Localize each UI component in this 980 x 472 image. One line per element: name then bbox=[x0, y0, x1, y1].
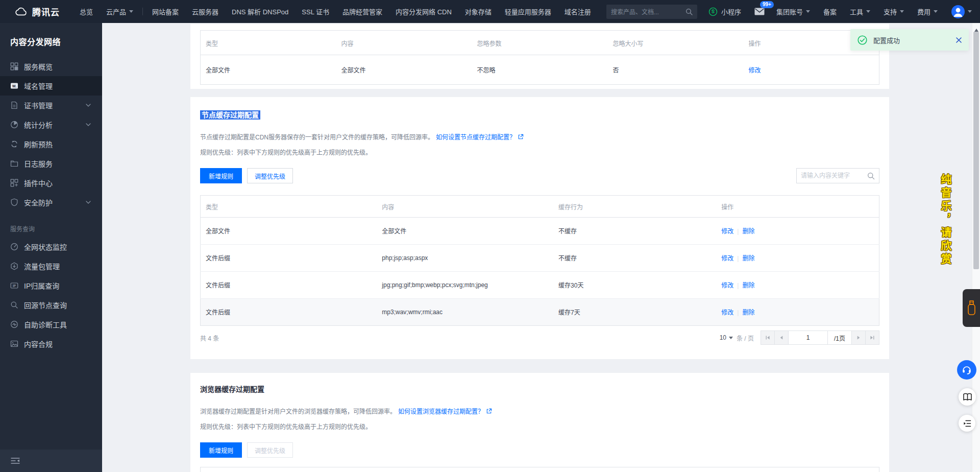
modify-link[interactable]: 修改 bbox=[721, 228, 733, 235]
nav-item-domain-reg[interactable]: 域名注册 bbox=[558, 0, 598, 23]
nav-item-brand[interactable]: 品牌经营管家 bbox=[336, 0, 389, 23]
sidebar-collapse-button[interactable] bbox=[0, 450, 102, 472]
global-search-input[interactable]: 搜索产品、文档... bbox=[606, 5, 697, 19]
documentation-button[interactable] bbox=[959, 388, 976, 406]
current-page-input[interactable]: 1 bbox=[788, 331, 828, 345]
cell-content: 全部文件 bbox=[336, 55, 472, 85]
nav-item-lighthouse[interactable]: 轻量应用服务器 bbox=[498, 0, 558, 23]
delete-link[interactable]: 删除 bbox=[742, 228, 754, 235]
sidebar-item-ip-lookup[interactable]: IP IP归属查询 bbox=[0, 276, 102, 295]
page-scrollbar[interactable] bbox=[972, 23, 980, 472]
nav-item-group-account[interactable]: 集团账号 bbox=[770, 0, 817, 23]
messages-button[interactable]: 99+ bbox=[754, 8, 765, 15]
sidebar-item-content-compliance[interactable]: 内容合规 bbox=[0, 334, 102, 353]
column-header: 内容 bbox=[336, 31, 472, 55]
sidebar-item-label: 服务概览 bbox=[24, 61, 53, 72]
next-page-button[interactable] bbox=[851, 331, 866, 345]
add-rule-button[interactable]: 新增规则 bbox=[200, 168, 242, 183]
avatar[interactable] bbox=[951, 5, 965, 18]
sidebar-item-label: 安全防护 bbox=[24, 197, 53, 207]
sidebar-item-domain-management[interactable]: W. 域名管理 bbox=[0, 76, 102, 96]
modify-link[interactable]: 修改 bbox=[721, 282, 733, 289]
first-page-button[interactable] bbox=[761, 331, 775, 345]
column-header: 忽略大小写 bbox=[608, 31, 744, 55]
nav-item-label: 费用 bbox=[917, 7, 930, 16]
tencent-cloud-logo[interactable]: 腾讯云 bbox=[0, 5, 73, 18]
sidebar-menu: 服务概览 W. 域名管理 证书管理 统计分析 刷新预热 日志服务 插件中心 bbox=[0, 57, 102, 212]
help-link[interactable]: 如何设置节点缓存过期配置？ bbox=[436, 132, 524, 141]
next-page-icon bbox=[855, 335, 862, 341]
scrollbar-thumb[interactable] bbox=[973, 32, 979, 269]
section-description: 浏览器缓存过期配置是针对用户文件的浏览器缓存策略，可降低回源率。 如何设置浏览器… bbox=[200, 407, 879, 415]
sidebar-item-label: 全网状态监控 bbox=[24, 242, 67, 252]
sidebar-item-service-overview[interactable]: 服务概览 bbox=[0, 57, 102, 76]
table-row: 文件后缀 mp3;wav;wmv;rmi;aac 缓存7天 修改|删除 bbox=[201, 299, 879, 326]
book-icon bbox=[963, 393, 972, 402]
modify-link[interactable]: 修改 bbox=[721, 309, 733, 316]
nav-item-overview[interactable]: 总览 bbox=[73, 0, 100, 23]
sidebar-item-self-diagnosis[interactable]: 自助诊断工具 bbox=[0, 315, 102, 334]
add-rule-button[interactable]: 新增规则 bbox=[200, 442, 242, 458]
nav-item-dnspod[interactable]: DNS 解析 DNSPod bbox=[225, 0, 295, 23]
help-link[interactable]: 如何设置浏览器缓存过期配置？ bbox=[398, 407, 492, 415]
page-size-select[interactable]: 10 条 / 页 bbox=[720, 334, 754, 342]
nav-item-cdn[interactable]: 内容分发网络 CDN bbox=[389, 0, 458, 23]
page-size-unit: 条 / 页 bbox=[737, 334, 754, 342]
sidebar-item-log-service[interactable]: 日志服务 bbox=[0, 154, 102, 173]
action-separator: | bbox=[737, 228, 739, 235]
cell-content: php;jsp;asp;aspx bbox=[377, 245, 553, 272]
sidebar-item-purge-prefetch[interactable]: 刷新预热 bbox=[0, 134, 102, 154]
delete-link[interactable]: 删除 bbox=[742, 309, 754, 316]
prev-page-button[interactable] bbox=[774, 331, 789, 345]
last-page-button[interactable] bbox=[865, 331, 879, 345]
sidebar-item-network-status[interactable]: 全网状态监控 bbox=[0, 237, 102, 256]
mini-program-icon bbox=[708, 7, 718, 16]
table-row: 全部文件 全部文件 不忽略 否 修改 bbox=[201, 55, 879, 85]
section-description: 节点缓存过期配置是CDN服务器保存的一套针对用户文件的缓存策略，可降低回源率。 … bbox=[200, 132, 879, 141]
nav-item-ssl[interactable]: SSL 证书 bbox=[295, 0, 336, 23]
customer-service-button[interactable] bbox=[957, 360, 976, 380]
sidebar-item-label: 统计分析 bbox=[24, 120, 53, 130]
scrollbar-up-arrow[interactable] bbox=[974, 27, 978, 32]
search-icon[interactable] bbox=[867, 172, 875, 180]
browser-cache-config-card: 浏览器缓存过期配置 浏览器缓存过期配置是针对用户文件的浏览器缓存策略，可降低回源… bbox=[190, 373, 889, 472]
feedback-survey-button[interactable] bbox=[959, 415, 975, 432]
collapse-menu-icon bbox=[10, 457, 20, 464]
sidebar-item-traffic-package[interactable]: 流量包管理 bbox=[0, 256, 102, 276]
nav-item-cloud-products[interactable]: 云产品 bbox=[100, 0, 140, 23]
delete-link[interactable]: 删除 bbox=[742, 255, 754, 262]
usb-device-widget[interactable] bbox=[963, 289, 980, 327]
modify-link[interactable]: 修改 bbox=[749, 67, 761, 74]
sidebar-section-title: 服务查询 bbox=[0, 224, 102, 233]
sidebar-item-plugin-center[interactable]: 插件中心 bbox=[0, 173, 102, 193]
nav-item-cvm[interactable]: 云服务器 bbox=[185, 0, 225, 23]
nav-item-cos[interactable]: 对象存储 bbox=[458, 0, 498, 23]
nav-item-tools[interactable]: 工具 bbox=[843, 0, 877, 23]
sidebar-item-certificate[interactable]: 证书管理 bbox=[0, 96, 102, 115]
sidebar-item-origin-node-lookup[interactable]: 回源节点查询 bbox=[0, 295, 102, 315]
external-link-icon bbox=[518, 134, 524, 140]
delete-link[interactable]: 删除 bbox=[742, 282, 754, 289]
sidebar-item-statistics[interactable]: 统计分析 bbox=[0, 115, 102, 134]
description-text: 浏览器缓存过期配置是针对用户文件的浏览器缓存策略，可降低回源率。 bbox=[200, 407, 396, 415]
nav-item-icp[interactable]: 网站备案 bbox=[145, 0, 185, 23]
mini-program-entry[interactable]: 小程序 bbox=[708, 7, 741, 16]
close-icon[interactable] bbox=[956, 37, 962, 43]
keyword-search-input[interactable] bbox=[801, 172, 861, 179]
adjust-priority-button[interactable]: 调整优先级 bbox=[247, 168, 293, 183]
priority-note: 规则优先级：列表中下方规则的优先级高于上方规则的优先级。 bbox=[200, 422, 879, 431]
sidebar-item-security[interactable]: 安全防护 bbox=[0, 193, 102, 212]
nav-item-support[interactable]: 支持 bbox=[877, 0, 911, 23]
chevron-down-icon bbox=[866, 10, 870, 15]
help-link-text: 如何设置浏览器缓存过期配置？ bbox=[398, 407, 484, 415]
mail-icon bbox=[754, 8, 765, 15]
nav-item-beian[interactable]: 备案 bbox=[817, 0, 843, 23]
sidebar: 内容分发网络 服务概览 W. 域名管理 证书管理 统计分析 刷新预热 日志服务 bbox=[0, 23, 102, 472]
nav-divider bbox=[142, 8, 143, 15]
certificate-icon bbox=[10, 101, 18, 109]
modify-link[interactable]: 修改 bbox=[721, 255, 733, 262]
pie-chart-icon bbox=[10, 121, 18, 129]
action-separator: | bbox=[737, 309, 739, 316]
nav-item-billing[interactable]: 费用 bbox=[911, 0, 944, 23]
chevron-down-icon[interactable] bbox=[968, 10, 972, 15]
